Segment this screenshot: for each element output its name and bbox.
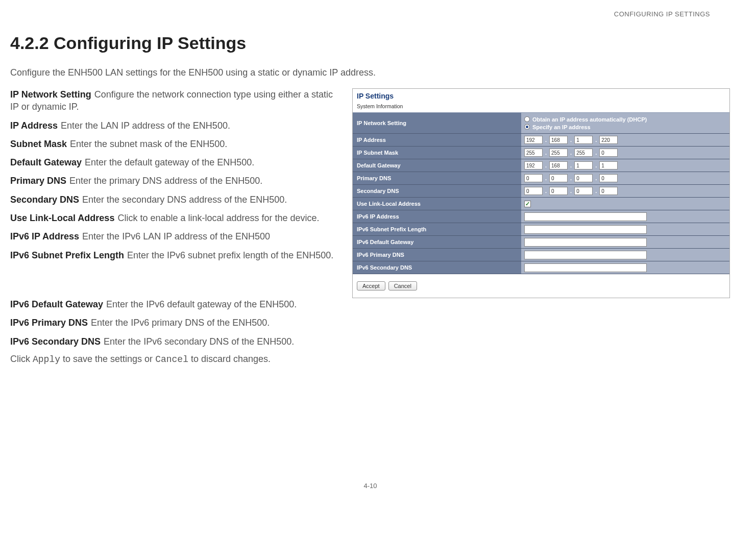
- ip-octet-input[interactable]: 0: [599, 187, 618, 195]
- radio-icon: [524, 116, 530, 122]
- definition-item: IP AddressEnter the LAN IP address of th…: [10, 119, 337, 132]
- ip-octet-input[interactable]: 0: [574, 187, 593, 195]
- definitions-column: IP Network SettingConfigure the network …: [10, 88, 337, 268]
- definition-item: IPv6 Default GatewayEnter the IPv6 defau…: [10, 298, 398, 310]
- definition-item: Secondary DNSEnter the secondary DNS add…: [10, 193, 337, 206]
- ss-title: IP Settings: [353, 89, 729, 102]
- ss-subtitle: System Information: [353, 102, 729, 113]
- row-ip-address: IP Address 192. 168. 1. 220: [353, 134, 729, 147]
- definition-item: IPv6 Primary DNSEnter the IPv6 primary D…: [10, 317, 398, 329]
- link-local-checkbox[interactable]: ✓: [524, 201, 531, 207]
- main-heading: 4.2.2 Configuring IP Settings: [10, 33, 730, 53]
- ip-octet-input[interactable]: 255: [524, 149, 543, 157]
- ip-octet-input[interactable]: 0: [599, 149, 618, 157]
- definition-item: IPv6 Subnet Prefix LengthEnter the IPv6 …: [10, 249, 337, 261]
- ip-octet-input[interactable]: 168: [549, 136, 568, 144]
- row-ipv6-gateway: IPv6 Default Gateway: [353, 236, 729, 249]
- radio-dhcp[interactable]: Obtain an IP address automatically (DHCP…: [524, 116, 647, 123]
- ip-octet-input[interactable]: 0: [599, 174, 618, 182]
- definition-item: Subnet MaskEnter the subnet mask of the …: [10, 138, 337, 150]
- ip-octet-input[interactable]: 1: [574, 136, 593, 144]
- row-ipv6-sdns: IPv6 Secondary DNS: [353, 261, 729, 274]
- row-ipv6-ip: IPv6 IP Address: [353, 210, 729, 223]
- row-ip-network-setting: IP Network Setting Obtain an IP address …: [353, 113, 729, 134]
- closing-text: Click Apply to save the settings or Canc…: [10, 354, 730, 365]
- definition-item: IPv6 IP AddressEnter the IPv6 LAN IP add…: [10, 230, 337, 243]
- ip-octet-input[interactable]: 220: [599, 136, 618, 144]
- ip-octet-input[interactable]: 192: [524, 136, 543, 144]
- ip-octet-input[interactable]: 0: [524, 174, 543, 182]
- ip-settings-screenshot: IP Settings System Information IP Networ…: [352, 88, 730, 298]
- ip-octet-input[interactable]: 1: [599, 161, 618, 169]
- ip-octet-input[interactable]: 255: [574, 149, 593, 157]
- row-ipv6-pdns: IPv6 Primary DNS: [353, 249, 729, 261]
- ipv6-gateway-input[interactable]: [524, 238, 647, 247]
- ip-octet-input[interactable]: 0: [574, 174, 593, 182]
- definition-item: Default GatewayEnter the default gateway…: [10, 156, 337, 168]
- row-use-link-local: Use Link-Local Address ✓: [353, 198, 729, 210]
- radio-static[interactable]: Specify an IP address: [524, 124, 591, 130]
- ipv6-ip-input[interactable]: [524, 212, 647, 221]
- ip-octet-input[interactable]: 255: [549, 149, 568, 157]
- definition-item: IPv6 Secondary DNSEnter the IPv6 seconda…: [10, 335, 398, 348]
- radio-icon: [524, 124, 530, 130]
- accept-button[interactable]: Accept: [357, 281, 385, 290]
- ipv6-pdns-input[interactable]: [524, 251, 647, 259]
- row-subnet-mask: IP Subnet Mask 255. 255. 255. 0: [353, 147, 729, 159]
- definition-item: Primary DNSEnter the primary DNS address…: [10, 175, 337, 187]
- ip-octet-input[interactable]: 1: [574, 161, 593, 169]
- ipv6-prefix-input[interactable]: [524, 225, 647, 234]
- ip-octet-input[interactable]: 192: [524, 161, 543, 169]
- definition-item: Use Link-Local AddressClick to enable a …: [10, 212, 337, 224]
- definitions-full-width: IPv6 Default GatewayEnter the IPv6 defau…: [10, 298, 730, 365]
- page-footer: 4-10: [10, 482, 730, 490]
- ip-octet-input[interactable]: 168: [549, 161, 568, 169]
- row-primary-dns: Primary DNS 0. 0. 0. 0: [353, 172, 729, 185]
- ipv6-sdns-input[interactable]: [524, 263, 647, 272]
- ip-octet-input[interactable]: 0: [549, 187, 568, 195]
- ip-octet-input[interactable]: 0: [549, 174, 568, 182]
- intro-text: Configure the ENH500 LAN settings for th…: [10, 67, 730, 78]
- row-secondary-dns: Secondary DNS 0. 0. 0. 0: [353, 185, 729, 198]
- cancel-button[interactable]: Cancel: [388, 281, 417, 290]
- definition-item: IP Network SettingConfigure the network …: [10, 88, 337, 113]
- row-default-gateway: Default Gateway 192. 168. 1. 1: [353, 159, 729, 172]
- ip-octet-input[interactable]: 0: [524, 187, 543, 195]
- page-header: CONFIGURING IP SETTINGS: [10, 10, 730, 18]
- row-ipv6-prefix: IPv6 Subnet Prefix Length: [353, 223, 729, 236]
